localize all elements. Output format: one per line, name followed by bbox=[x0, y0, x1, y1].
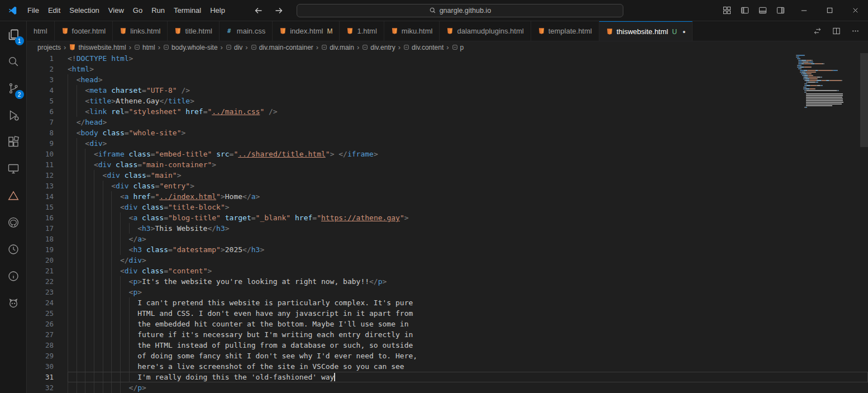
code-line[interactable]: 16<a class="blog-title" target="_blank" … bbox=[27, 212, 868, 223]
tab-miku.html[interactable]: miku.html bbox=[384, 21, 440, 41]
minimize-button[interactable] bbox=[791, 0, 817, 21]
code-token: > bbox=[142, 256, 146, 264]
editor-scrollbar[interactable] bbox=[860, 53, 868, 393]
code-content: <meta charset="UTF-8" /> bbox=[68, 85, 868, 96]
tab-1.html[interactable]: 1.html bbox=[340, 21, 384, 41]
code-line[interactable]: 20</div> bbox=[27, 255, 868, 266]
activity-run-debug[interactable] bbox=[0, 102, 27, 129]
code-line[interactable]: 19<h3 class="datestamp">2025</h3> bbox=[27, 244, 868, 255]
tab-dalamudplugins.html[interactable]: dalamudplugins.html bbox=[440, 21, 531, 41]
code-line[interactable]: 1<!DOCTYPE html> bbox=[27, 53, 868, 64]
code-line[interactable]: 23<p> bbox=[27, 287, 868, 297]
scrollbar-thumb[interactable] bbox=[860, 53, 868, 147]
forward-button[interactable] bbox=[274, 6, 283, 15]
menu-view[interactable]: View bbox=[104, 4, 128, 17]
code-line[interactable]: 6<link rel="stylesheet" href="../main.cs… bbox=[27, 106, 868, 117]
activity-pets[interactable] bbox=[0, 290, 27, 316]
code-line[interactable]: 26the embedded hit counter at the bottom… bbox=[27, 319, 868, 329]
activity-source-control[interactable]: 2 bbox=[0, 75, 27, 102]
breadcrumb-div.entry[interactable]: div.entry bbox=[362, 44, 395, 51]
code-token: "entry" bbox=[159, 182, 190, 190]
code-line[interactable]: 32</p> bbox=[27, 382, 868, 393]
code-line[interactable]: 30here's a live screenshot of the site i… bbox=[27, 361, 868, 372]
minimap[interactable] bbox=[796, 53, 860, 393]
close-button[interactable] bbox=[842, 0, 868, 21]
menu-terminal[interactable]: Terminal bbox=[169, 4, 206, 17]
code-content: <div> bbox=[68, 138, 868, 149]
code-line[interactable]: 7</head> bbox=[27, 117, 868, 127]
back-button[interactable] bbox=[254, 6, 263, 15]
menu-go[interactable]: Go bbox=[128, 4, 147, 17]
menu-help[interactable]: Help bbox=[206, 4, 230, 17]
toggle-primary-sidebar-button[interactable] bbox=[739, 4, 751, 16]
code-area[interactable]: 1<!DOCTYPE html>2<html>3<head>4<meta cha… bbox=[27, 53, 868, 393]
code-line[interactable]: 15<div class="title-block"> bbox=[27, 202, 868, 212]
breadcrumb-body.whole-site[interactable]: body.whole-site bbox=[163, 44, 218, 51]
tab-html[interactable]: html bbox=[27, 21, 55, 41]
code-line[interactable]: 31I'm really doing this the 'old-fashion… bbox=[27, 372, 868, 382]
tab-thiswebsite.html[interactable]: thiswebsite.htmlU● bbox=[599, 21, 693, 41]
menu-run[interactable]: Run bbox=[147, 4, 169, 17]
tab-links.html[interactable]: links.html bbox=[113, 21, 168, 41]
toggle-panel-button[interactable] bbox=[757, 4, 769, 16]
activity-extensions[interactable] bbox=[0, 129, 27, 155]
breadcrumb-p[interactable]: p bbox=[452, 44, 464, 51]
menu-file[interactable]: File bbox=[23, 4, 44, 17]
tab-template.html[interactable]: template.html bbox=[531, 21, 599, 41]
more-actions-button[interactable] bbox=[850, 25, 861, 37]
breadcrumb-div.main-container[interactable]: div.main-container bbox=[251, 44, 313, 51]
code-token: > bbox=[256, 192, 260, 201]
tab-footer.html[interactable]: footer.html bbox=[55, 21, 113, 41]
menu-selection[interactable]: Selection bbox=[65, 4, 103, 17]
code-line[interactable]: 8<body class="whole-site"> bbox=[27, 127, 868, 138]
breadcrumb-projects[interactable]: projects bbox=[37, 44, 61, 51]
code-line[interactable]: 4<meta charset="UTF-8" /> bbox=[27, 85, 868, 96]
breadcrumb-thiswebsite.html[interactable]: thiswebsite.html bbox=[69, 44, 126, 51]
toggle-secondary-sidebar-button[interactable] bbox=[775, 4, 786, 16]
code-line[interactable]: 3<head> bbox=[27, 74, 868, 85]
minimap-line bbox=[796, 70, 860, 71]
code-line[interactable]: 11<div class="main-container"> bbox=[27, 159, 868, 170]
code-line[interactable]: 22<p>It's the website you're looking at … bbox=[27, 276, 868, 287]
code-line[interactable]: 12<div class="main"> bbox=[27, 170, 868, 181]
tab-label: 1.html bbox=[357, 27, 376, 35]
tab-title.html[interactable]: title.html bbox=[168, 21, 219, 41]
tab-index.html[interactable]: index.htmlM bbox=[273, 21, 340, 41]
breadcrumb-div.content[interactable]: div.content bbox=[403, 44, 443, 51]
maximize-button[interactable] bbox=[817, 0, 842, 21]
crumb-label: div.content bbox=[412, 44, 443, 51]
line-number: 22 bbox=[27, 276, 68, 287]
command-center[interactable]: gnargle.github.io bbox=[297, 4, 623, 17]
activity-info[interactable] bbox=[0, 263, 27, 290]
activity-history[interactable] bbox=[0, 236, 27, 263]
code-line[interactable]: 17<h3>This Website</h3> bbox=[27, 223, 868, 234]
activity-triangle-extension[interactable] bbox=[0, 182, 27, 209]
code-token: div bbox=[125, 267, 137, 275]
code-token: > bbox=[103, 118, 107, 126]
activity-explorer[interactable]: 1 bbox=[0, 21, 27, 48]
code-line[interactable]: 28the HTML instead of pulling from a dat… bbox=[27, 340, 868, 351]
breadcrumb-div[interactable]: div bbox=[226, 44, 242, 51]
code-line[interactable]: 25HTML and CSS. I don't even have any ja… bbox=[27, 308, 868, 319]
tab-main.css[interactable]: #main.css bbox=[220, 21, 273, 41]
code-line[interactable]: 14<a href="../index.html">Home</a> bbox=[27, 191, 868, 202]
activity-github[interactable] bbox=[0, 209, 27, 236]
activity-search[interactable] bbox=[0, 48, 27, 75]
code-line[interactable]: 18</a> bbox=[27, 234, 868, 244]
menu-edit[interactable]: Edit bbox=[44, 4, 65, 17]
breadcrumb-div.main[interactable]: div.main bbox=[321, 44, 354, 51]
code-line[interactable]: 9<div> bbox=[27, 138, 868, 149]
code-line[interactable]: 24I can't pretend this website is partic… bbox=[27, 297, 868, 308]
code-line[interactable]: 21<div class="content"> bbox=[27, 266, 868, 276]
code-line[interactable]: 29of doing some fancy shit I don't see w… bbox=[27, 351, 868, 361]
code-line[interactable]: 2<html> bbox=[27, 64, 868, 74]
breadcrumb-html[interactable]: html bbox=[134, 44, 155, 51]
code-line[interactable]: 5<title>Athene.Gay</title> bbox=[27, 96, 868, 106]
compare-changes-button[interactable] bbox=[812, 25, 823, 37]
split-editor-button[interactable] bbox=[831, 25, 842, 37]
code-line[interactable]: 27future if it's necessary but I'm writi… bbox=[27, 329, 868, 340]
code-line[interactable]: 13<div class="entry"> bbox=[27, 181, 868, 191]
code-line[interactable]: 10<iframe class="embed-title" src="../sh… bbox=[27, 149, 868, 159]
activity-remote-explorer[interactable] bbox=[0, 155, 27, 182]
customize-layout-button[interactable] bbox=[721, 4, 733, 16]
